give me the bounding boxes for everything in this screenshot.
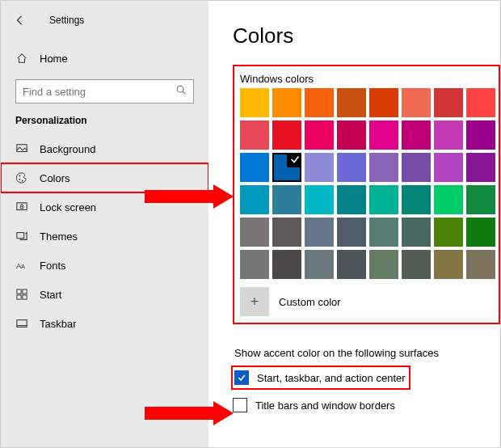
- svg-point-4: [19, 179, 21, 180]
- nav-label: Background: [40, 143, 95, 155]
- color-swatch[interactable]: [240, 120, 269, 150]
- color-swatch[interactable]: [272, 218, 301, 247]
- color-swatch[interactable]: [337, 153, 366, 182]
- color-swatch[interactable]: [466, 88, 495, 117]
- color-swatch[interactable]: [369, 185, 398, 214]
- color-swatch[interactable]: [402, 88, 431, 117]
- background-icon: [15, 143, 28, 154]
- color-swatch[interactable]: [272, 185, 301, 214]
- color-swatch[interactable]: [402, 120, 431, 150]
- header: Settings: [1, 1, 208, 44]
- color-swatch[interactable]: [434, 218, 463, 247]
- color-swatch[interactable]: [240, 153, 269, 182]
- category-label: Personalization: [1, 115, 208, 134]
- color-swatch[interactable]: [240, 88, 269, 117]
- nav-taskbar[interactable]: Taskbar: [1, 309, 208, 338]
- nav-label: Taskbar: [40, 318, 77, 330]
- svg-point-3: [19, 175, 21, 177]
- nav-lockscreen[interactable]: Lock screen: [1, 192, 208, 222]
- color-swatch[interactable]: [272, 250, 301, 279]
- checkbox-off-icon: [233, 398, 247, 412]
- color-swatch[interactable]: [337, 250, 366, 279]
- taskbar-icon: [15, 318, 28, 329]
- checkbox-label: Title bars and window borders: [255, 399, 395, 412]
- color-swatch[interactable]: [466, 153, 495, 182]
- plus-icon[interactable]: +: [240, 287, 269, 316]
- color-swatch[interactable]: [240, 218, 269, 247]
- color-swatch[interactable]: [369, 250, 398, 279]
- svg-point-0: [177, 86, 183, 92]
- color-swatch[interactable]: [305, 88, 334, 117]
- color-swatch[interactable]: [402, 185, 431, 214]
- color-swatch[interactable]: [272, 153, 301, 182]
- color-swatch[interactable]: [434, 185, 463, 214]
- color-swatch[interactable]: [466, 218, 495, 247]
- color-swatch[interactable]: [434, 153, 463, 182]
- windows-colors-section: Windows colors + Custom color: [233, 65, 500, 324]
- color-grid: [240, 88, 495, 279]
- color-swatch[interactable]: [402, 153, 431, 182]
- checkbox-on-icon: [234, 370, 249, 385]
- color-swatch[interactable]: [402, 218, 431, 247]
- color-swatch[interactable]: [272, 120, 301, 150]
- svg-line-1: [183, 91, 185, 94]
- custom-color-row[interactable]: + Custom color: [240, 287, 495, 316]
- nav-label: Lock screen: [40, 201, 96, 213]
- app-title: Settings: [49, 15, 84, 26]
- checkbox-label: Start, taskbar, and action center: [257, 372, 406, 384]
- checkbox-title-bars[interactable]: Title bars and window borders: [233, 395, 500, 416]
- nav-themes[interactable]: Themes: [1, 222, 208, 251]
- color-swatch[interactable]: [466, 120, 495, 150]
- nav-fonts[interactable]: AA Fonts: [1, 251, 208, 280]
- checkbox-start-taskbar[interactable]: Start, taskbar, and action center: [233, 367, 409, 388]
- color-swatch[interactable]: [337, 218, 366, 247]
- color-swatch[interactable]: [337, 120, 366, 150]
- search-input[interactable]: [23, 86, 175, 98]
- nav-start[interactable]: Start: [1, 280, 208, 309]
- color-swatch[interactable]: [434, 120, 463, 150]
- home-link[interactable]: Home: [1, 44, 208, 73]
- color-swatch[interactable]: [369, 120, 398, 150]
- accent-surfaces-heading: Show accent color on the following surfa…: [234, 347, 500, 359]
- color-swatch[interactable]: [240, 185, 269, 214]
- svg-rect-7: [20, 206, 23, 209]
- nav-colors[interactable]: Colors: [1, 163, 208, 192]
- color-swatch[interactable]: [305, 153, 334, 182]
- svg-rect-2: [17, 145, 27, 152]
- main-content: Colors Windows colors + Custom color Sho…: [208, 1, 500, 447]
- color-swatch[interactable]: [369, 218, 398, 247]
- back-button[interactable]: [9, 9, 32, 32]
- svg-text:A: A: [21, 264, 25, 269]
- sidebar: Settings Home Personalization Background…: [1, 1, 208, 447]
- lockscreen-icon: [15, 201, 28, 213]
- color-swatch[interactable]: [305, 185, 334, 214]
- home-icon: [15, 53, 28, 64]
- search-input-wrap[interactable]: [15, 79, 194, 104]
- search-icon: [175, 84, 187, 99]
- color-swatch[interactable]: [337, 88, 366, 117]
- color-swatch[interactable]: [434, 250, 463, 279]
- color-swatch[interactable]: [369, 88, 398, 117]
- colors-icon: [15, 172, 28, 184]
- themes-icon: [15, 230, 28, 242]
- color-swatch[interactable]: [305, 218, 334, 247]
- nav-label: Colors: [40, 172, 70, 184]
- color-swatch[interactable]: [305, 250, 334, 279]
- nav-label: Fonts: [40, 260, 66, 272]
- nav-list: Background Colors Lock screen Themes AA …: [1, 134, 208, 338]
- nav-label: Themes: [40, 230, 78, 243]
- svg-point-5: [22, 180, 23, 182]
- color-swatch[interactable]: [240, 250, 269, 279]
- color-swatch[interactable]: [466, 250, 495, 279]
- color-swatch[interactable]: [272, 88, 301, 117]
- color-swatch[interactable]: [466, 185, 495, 214]
- color-swatch[interactable]: [434, 88, 463, 117]
- nav-background[interactable]: Background: [1, 134, 208, 163]
- color-swatch[interactable]: [305, 120, 334, 150]
- fonts-icon: AA: [15, 260, 28, 271]
- color-swatch[interactable]: [369, 153, 398, 182]
- color-swatch[interactable]: [337, 185, 366, 214]
- svg-rect-14: [23, 295, 27, 299]
- color-swatch[interactable]: [402, 250, 431, 279]
- svg-rect-13: [17, 295, 21, 299]
